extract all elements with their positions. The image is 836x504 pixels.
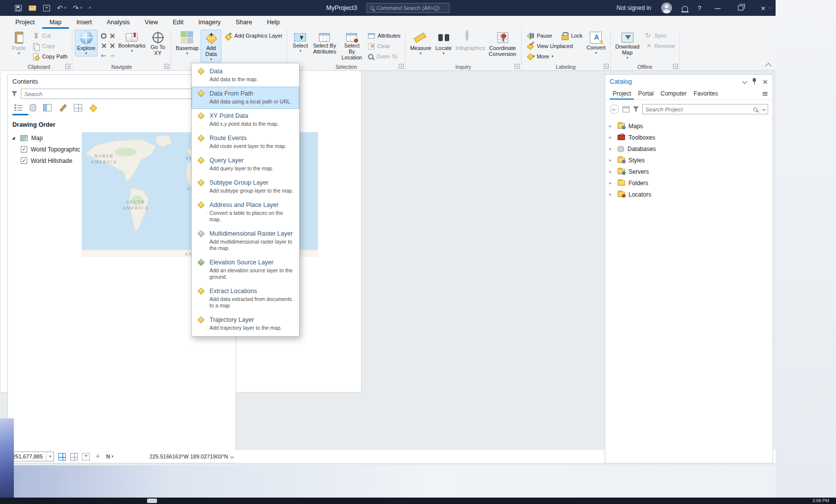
copy-button[interactable]: Copy [31,42,68,50]
add-favorite-icon[interactable] [94,453,102,460]
layer-checkbox-topographic[interactable] [21,146,27,152]
add-data-button[interactable]: Add Data ▾ [201,30,221,62]
navigate-dialog-launcher-icon[interactable]: ↘ [164,64,169,69]
view-unplaced-button[interactable]: View Unplaced [526,42,583,50]
folders-expander[interactable]: ▶ [609,181,614,185]
catalog-item-servers[interactable]: ▶ Servers [605,166,773,177]
tab-view[interactable]: View [137,17,165,29]
catalog-nav-pane-icon[interactable] [623,106,629,112]
clear-button[interactable]: Clear [367,42,401,50]
list-by-drawing-order-icon[interactable] [14,104,23,111]
select-by-attributes-button[interactable]: Select By Attributes [311,30,338,56]
contents-filter-icon[interactable] [11,91,17,97]
open-project-button[interactable] [29,5,36,11]
servers-label[interactable]: Servers [628,168,649,175]
pause-labels-button[interactable]: Pause [526,31,553,40]
select-by-location-button[interactable]: Select By Location [338,30,365,62]
copy-path-button[interactable]: Copy Path [31,52,68,61]
layer-checkbox-hillshade[interactable] [21,157,27,164]
lock-labels-button[interactable]: Lock [560,31,583,40]
selection-dialog-launcher-icon[interactable]: ↘ [399,64,404,69]
sync-button[interactable]: Sync [644,31,676,40]
catalog-item-folders[interactable]: ▶ Folders [605,177,773,189]
tab-imagery[interactable]: Imagery [191,17,228,29]
coordinate-conversion-button[interactable]: Coordinate Conversion [487,30,519,58]
databases-label[interactable]: Databases [627,146,656,152]
catalog-tab-project[interactable]: Project [610,90,634,100]
locators-expander[interactable]: ▶ [609,193,614,197]
zoom-to-button[interactable]: Zoom To [367,52,401,61]
redo-button[interactable]: ↷▾ [73,4,82,12]
catalog-tab-portal[interactable]: Portal [635,90,656,100]
folders-label[interactable]: Folders [628,180,648,187]
infographics-button[interactable]: Infographics [454,30,487,52]
taskbar-app-icon[interactable] [147,499,157,503]
menu-item-route-events[interactable]: Route Events Add route event layer to th… [192,131,299,153]
inquiry-dialog-launcher-icon[interactable]: ↘ [515,64,520,69]
north-arrow[interactable]: N▾ [106,454,113,459]
tab-analysis[interactable]: Analysis [100,17,138,29]
close-button[interactable]: × [757,4,770,12]
catalog-search-input[interactable] [645,106,751,112]
toolboxes-label[interactable]: Toolboxes [628,134,655,141]
bookmarks-button[interactable]: Bookmarks ▾ [116,30,148,54]
maps-expander[interactable]: ▶ [609,124,614,128]
catalog-hamburger-icon[interactable]: ≡ [762,89,768,100]
labeling-dialog-launcher-icon[interactable]: ↘ [604,64,609,69]
undo-button[interactable]: ↶▾ [57,4,66,12]
list-by-selection-icon[interactable] [43,104,52,111]
menu-item-address-place-layer[interactable]: Address and Place Layer Convert a table … [192,198,299,227]
explore-button[interactable]: Explore ▾ [75,30,97,56]
catalog-item-databases[interactable]: ▶ Databases [605,143,773,154]
avatar[interactable] [661,2,672,13]
catalog-search-chevron[interactable] [762,107,766,111]
menu-item-trajectory-layer[interactable]: Trajectory Layer Add trajectory layer to… [192,313,299,335]
remove-button[interactable]: Remove [644,42,676,50]
minimize-button[interactable]: — [711,4,724,12]
layer-label-hillshade[interactable]: World Hillshade [31,157,72,164]
new-project-button[interactable] [43,5,50,11]
list-by-editing-icon[interactable] [58,104,67,111]
catalog-search-box[interactable] [642,104,768,114]
coordinates-readout[interactable]: 225.5166163°W 189.0271903°N [150,454,234,459]
command-search-box[interactable] [366,3,449,13]
go-to-xy-button[interactable]: Go To XY [148,30,168,57]
basemap-button[interactable]: Basemap ▾ [174,30,201,56]
customize-qat-button[interactable]: ▾ [89,6,91,10]
cut-button[interactable]: Cut [31,31,68,40]
databases-expander[interactable]: ▶ [609,147,614,151]
save-project-button[interactable] [15,5,22,11]
menu-item-multidimensional-raster[interactable]: Multidimensional Raster Layer Add multid… [192,227,299,255]
catalog-menu-chevron[interactable] [742,79,747,84]
help-icon[interactable]: ? [698,4,701,12]
full-extent-icon[interactable] [101,33,106,39]
collapse-ribbon-chevron[interactable] [765,63,772,69]
taskbar[interactable]: 2:06 PM [0,498,836,504]
clipboard-dialog-launcher-icon[interactable]: ↘ [65,64,70,69]
previous-extent-icon[interactable]: ← [101,52,106,59]
catalog-tab-favorites[interactable]: Favorites [690,90,721,100]
catalog-item-toolboxes[interactable]: ▶ Toolboxes [605,132,773,143]
locate-button[interactable]: Locate ▾ [433,30,454,56]
menu-item-data[interactable]: Data Add data to the map. [192,64,299,87]
tab-share[interactable]: Share [228,17,260,29]
command-search-input[interactable] [376,5,446,11]
measure-button[interactable]: Measure ▾ [408,30,433,56]
notifications-icon[interactable] [682,6,688,11]
select-button[interactable]: Select ▾ [290,30,311,54]
menu-item-query-layer[interactable]: Query Layer Add query layer to the map. [192,153,299,176]
locators-label[interactable]: Locators [628,191,651,198]
catalog-close-icon[interactable]: × [762,78,768,86]
catalog-filter-icon[interactable] [633,106,639,112]
menu-item-xy-point-data[interactable]: XY Point Data Add x,y point data to the … [192,109,299,131]
fixed-zoom-out-icon[interactable] [101,43,106,49]
list-by-snapping-icon[interactable] [74,104,82,111]
signin-status[interactable]: Not signed in [617,4,651,11]
scale-dropdown-arrow[interactable]: ▾ [46,452,53,461]
next-extent-icon[interactable]: → [109,52,115,59]
zoom-to-selection-icon[interactable] [109,43,115,49]
styles-expander[interactable]: ▶ [609,158,614,162]
tab-help[interactable]: Help [260,17,287,29]
tab-project[interactable]: Project [8,17,42,29]
toolboxes-expander[interactable]: ▶ [609,136,614,140]
